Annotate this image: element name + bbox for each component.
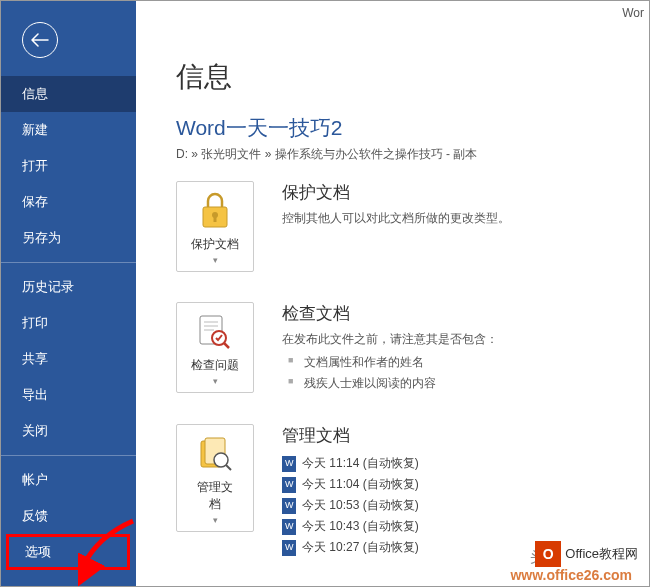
chevron-down-icon: ▾ bbox=[181, 376, 249, 386]
sidebar-item-info[interactable]: 信息 bbox=[0, 76, 136, 112]
recovery-item[interactable]: 今天 10:53 (自动恢复) bbox=[282, 495, 650, 516]
recovery-item[interactable]: 今天 11:04 (自动恢复) bbox=[282, 474, 650, 495]
back-arrow-icon bbox=[31, 33, 49, 47]
svg-point-7 bbox=[214, 453, 228, 467]
sidebar-item-saveas[interactable]: 另存为 bbox=[0, 220, 136, 256]
sidebar-item-options[interactable]: 选项 bbox=[6, 534, 130, 570]
manage-heading: 管理文档 bbox=[282, 424, 650, 447]
card-label: 保护文档 bbox=[181, 236, 249, 253]
protect-heading: 保护文档 bbox=[282, 181, 650, 204]
chevron-down-icon: ▾ bbox=[181, 255, 249, 265]
office-icon: O bbox=[535, 541, 561, 567]
manage-icon bbox=[181, 433, 249, 475]
sidebar-item-account[interactable]: 帐户 bbox=[0, 462, 136, 498]
protect-desc: 控制其他人可以对此文档所做的更改类型。 bbox=[282, 210, 650, 227]
divider bbox=[0, 262, 136, 263]
document-path: D: » 张光明文件 » 操作系统与办公软件之操作技巧 - 副本 bbox=[176, 146, 650, 163]
inspect-icon bbox=[181, 311, 249, 353]
bullet-item: 文档属性和作者的姓名 bbox=[282, 352, 650, 373]
lock-icon bbox=[181, 190, 249, 232]
back-button[interactable] bbox=[22, 22, 58, 58]
protect-block: 保护文档 ▾ 保护文档 控制其他人可以对此文档所做的更改类型。 bbox=[176, 181, 650, 272]
divider bbox=[0, 455, 136, 456]
recovery-item[interactable]: 今天 11:14 (自动恢复) bbox=[282, 453, 650, 474]
sidebar-item-print[interactable]: 打印 bbox=[0, 305, 136, 341]
office-logo-watermark: O Office教程网 bbox=[535, 541, 638, 567]
inspect-desc: 在发布此文件之前，请注意其是否包含： bbox=[282, 331, 650, 348]
main-content: Wor 信息 Word一天一技巧2 D: » 张光明文件 » 操作系统与办公软件… bbox=[136, 0, 650, 587]
sidebar-item-feedback[interactable]: 反馈 bbox=[0, 498, 136, 534]
manage-block: 管理文 档 ▾ 管理文档 今天 11:14 (自动恢复) 今天 11:04 (自… bbox=[176, 424, 650, 558]
sidebar-item-share[interactable]: 共享 bbox=[0, 341, 136, 377]
sidebar-item-open[interactable]: 打开 bbox=[0, 148, 136, 184]
inspect-heading: 检查文档 bbox=[282, 302, 650, 325]
chevron-down-icon: ▾ bbox=[181, 515, 249, 525]
sidebar-item-history[interactable]: 历史记录 bbox=[0, 269, 136, 305]
window-title: Wor bbox=[622, 6, 644, 20]
svg-rect-2 bbox=[214, 216, 217, 222]
word-doc-icon bbox=[282, 540, 296, 556]
sidebar-item-close[interactable]: 关闭 bbox=[0, 413, 136, 449]
word-doc-icon bbox=[282, 477, 296, 493]
bullet-item: 残疾人士难以阅读的内容 bbox=[282, 373, 650, 394]
manage-document-button[interactable]: 管理文 档 ▾ bbox=[176, 424, 254, 532]
word-doc-icon bbox=[282, 456, 296, 472]
inspect-bullets: 文档属性和作者的姓名 残疾人士难以阅读的内容 bbox=[282, 352, 650, 394]
sidebar-item-export[interactable]: 导出 bbox=[0, 377, 136, 413]
sidebar-item-save[interactable]: 保存 bbox=[0, 184, 136, 220]
inspect-block: 检查问题 ▾ 检查文档 在发布此文件之前，请注意其是否包含： 文档属性和作者的姓… bbox=[176, 302, 650, 394]
document-title: Word一天一技巧2 bbox=[176, 114, 650, 142]
card-label: 检查问题 bbox=[181, 357, 249, 374]
card-label: 管理文 档 bbox=[181, 479, 249, 513]
watermark-url: www.office26.com bbox=[510, 567, 632, 583]
word-doc-icon bbox=[282, 519, 296, 535]
inspect-document-button[interactable]: 检查问题 ▾ bbox=[176, 302, 254, 393]
recovery-item[interactable]: 今天 10:43 (自动恢复) bbox=[282, 516, 650, 537]
page-title: 信息 bbox=[176, 58, 650, 96]
sidebar-item-new[interactable]: 新建 bbox=[0, 112, 136, 148]
word-doc-icon bbox=[282, 498, 296, 514]
protect-document-button[interactable]: 保护文档 ▾ bbox=[176, 181, 254, 272]
sidebar: 信息 新建 打开 保存 另存为 历史记录 打印 共享 导出 关闭 帐户 反馈 选… bbox=[0, 0, 136, 587]
